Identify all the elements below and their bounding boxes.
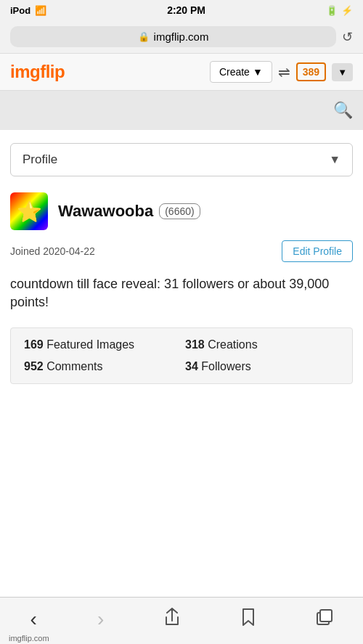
- logo-flip: flip: [40, 62, 65, 81]
- notification-badge[interactable]: 389: [296, 62, 326, 81]
- create-label: Create: [219, 66, 250, 78]
- status-bar: iPod 📶 2:20 PM 🔋 ⚡: [0, 0, 363, 20]
- create-dropdown-icon: ▼: [253, 66, 263, 78]
- search-button[interactable]: 🔍: [333, 101, 353, 120]
- logo-img: img: [10, 62, 40, 81]
- user-badge: (6660): [159, 203, 200, 219]
- nav-dropdown-button[interactable]: ▼: [332, 63, 353, 81]
- nav-bar: imgflip Create ▼ ⇌ 389 ▼: [0, 54, 363, 91]
- profile-dropdown-label: Profile: [23, 152, 57, 167]
- tabs-button[interactable]: [309, 606, 340, 632]
- avatar-image: ⭐: [10, 192, 48, 230]
- site-logo: imgflip: [10, 62, 65, 82]
- main-content: Profile ▼ ⭐ Wawawooba (6660) Joined 2020…: [0, 130, 363, 397]
- stat-comments: 952 Comments: [24, 360, 178, 373]
- stat-featured-value: 169: [24, 338, 44, 351]
- joined-date: Joined 2020-04-22: [10, 245, 95, 257]
- svg-rect-1: [320, 610, 332, 621]
- joined-date-value: 2020-04-22: [43, 245, 95, 257]
- stat-followers: 34 Followers: [185, 360, 339, 373]
- search-area: 🔍: [0, 91, 363, 130]
- profile-dropdown-arrow: ▼: [329, 153, 340, 166]
- status-right: 🔋 ⚡: [326, 5, 353, 16]
- status-left: iPod 📶: [10, 5, 46, 16]
- back-button[interactable]: ‹: [23, 605, 44, 634]
- stat-featured: 169 Featured Images: [24, 338, 178, 351]
- avatar-star: ⭐: [17, 200, 42, 224]
- username: Wawawooba: [58, 202, 153, 221]
- countdown-text: countdown till face reveal: 31 followers…: [10, 275, 353, 311]
- edit-profile-button[interactable]: Edit Profile: [282, 240, 353, 262]
- site-label-bottom: imgflip.com: [4, 632, 62, 644]
- url-text: imgflip.com: [154, 30, 209, 43]
- username-area: Wawawooba (6660): [58, 202, 200, 221]
- avatar: ⭐: [10, 192, 48, 230]
- lightning-icon: ⚡: [341, 5, 353, 16]
- stat-followers-value: 34: [185, 360, 198, 372]
- stat-comments-value: 952: [24, 360, 44, 372]
- nav-actions: Create ▼ ⇌ 389 ▼: [210, 61, 353, 83]
- stat-creations-value: 318: [185, 338, 205, 351]
- device-label: iPod: [10, 5, 30, 16]
- lock-icon: 🔒: [138, 31, 150, 42]
- create-button[interactable]: Create ▼: [210, 61, 272, 83]
- profile-header: ⭐ Wawawooba (6660): [10, 192, 353, 230]
- share-button[interactable]: [157, 605, 187, 634]
- bookmarks-button[interactable]: [233, 605, 264, 634]
- joined-label: Joined: [10, 245, 40, 257]
- bottom-nav: ‹ › imgflip.com: [0, 597, 363, 644]
- wifi-icon: 📶: [35, 5, 46, 16]
- address-bar: 🔒 imgflip.com ↺: [0, 20, 363, 54]
- profile-dropdown[interactable]: Profile ▼: [10, 143, 353, 176]
- forward-button[interactable]: ›: [90, 605, 111, 634]
- battery-icon: 🔋: [326, 5, 338, 16]
- reload-button[interactable]: ↺: [342, 29, 353, 45]
- stat-creations: 318 Creations: [185, 338, 339, 351]
- address-box[interactable]: 🔒 imgflip.com: [10, 26, 336, 47]
- status-time: 2:20 PM: [167, 4, 205, 16]
- profile-meta: Joined 2020-04-22 Edit Profile: [10, 240, 353, 262]
- stats-grid: 169 Featured Images 318 Creations 952 Co…: [10, 327, 353, 384]
- shuffle-button[interactable]: ⇌: [278, 63, 290, 81]
